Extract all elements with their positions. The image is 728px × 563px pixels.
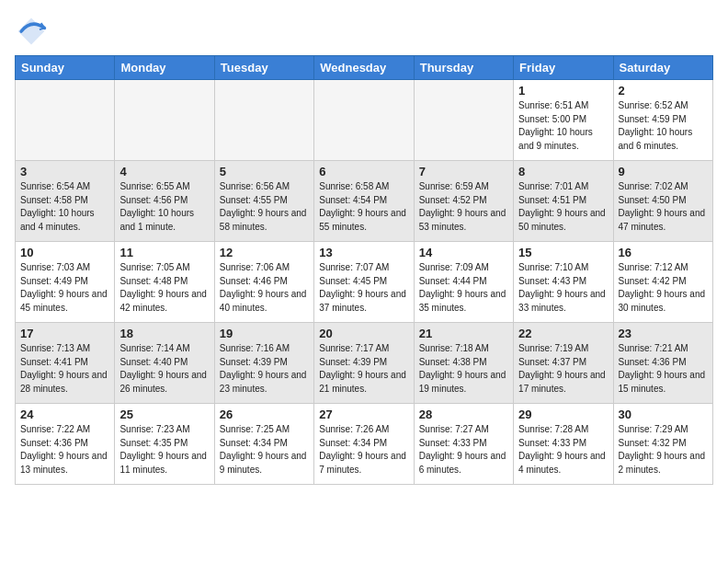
- weekday-header-thursday: Thursday: [414, 56, 513, 80]
- calendar-week-3: 10Sunrise: 7:03 AM Sunset: 4:49 PM Dayli…: [16, 242, 713, 323]
- calendar-cell: 23Sunrise: 7:21 AM Sunset: 4:36 PM Dayli…: [613, 323, 712, 404]
- calendar-cell: 15Sunrise: 7:10 AM Sunset: 4:43 PM Dayli…: [514, 242, 613, 323]
- day-info: Sunrise: 7:01 AM Sunset: 4:51 PM Dayligh…: [518, 180, 608, 234]
- logo: [15, 15, 53, 48]
- day-info: Sunrise: 7:18 AM Sunset: 4:38 PM Dayligh…: [419, 342, 508, 396]
- day-info: Sunrise: 7:19 AM Sunset: 4:37 PM Dayligh…: [518, 342, 608, 396]
- calendar-cell: 7Sunrise: 6:59 AM Sunset: 4:52 PM Daylig…: [414, 161, 513, 242]
- day-number: 8: [518, 165, 608, 178]
- calendar-cell: 3Sunrise: 6:54 AM Sunset: 4:58 PM Daylig…: [16, 161, 115, 242]
- day-info: Sunrise: 7:06 AM Sunset: 4:46 PM Dayligh…: [220, 261, 309, 315]
- day-number: 17: [20, 327, 109, 340]
- day-info: Sunrise: 7:14 AM Sunset: 4:40 PM Dayligh…: [119, 342, 209, 396]
- day-number: 23: [619, 327, 708, 340]
- calendar-cell: [214, 80, 313, 161]
- calendar-cell: 18Sunrise: 7:14 AM Sunset: 4:40 PM Dayli…: [115, 323, 214, 404]
- calendar-cell: 16Sunrise: 7:12 AM Sunset: 4:42 PM Dayli…: [613, 242, 712, 323]
- day-info: Sunrise: 7:05 AM Sunset: 4:48 PM Dayligh…: [119, 261, 209, 315]
- day-info: Sunrise: 6:59 AM Sunset: 4:52 PM Dayligh…: [419, 180, 508, 234]
- day-number: 22: [518, 327, 608, 340]
- weekday-header-wednesday: Wednesday: [314, 56, 414, 80]
- calendar-cell: 24Sunrise: 7:22 AM Sunset: 4:36 PM Dayli…: [16, 404, 115, 485]
- day-number: 9: [619, 165, 708, 178]
- calendar-cell: 28Sunrise: 7:27 AM Sunset: 4:33 PM Dayli…: [414, 404, 513, 485]
- day-number: 7: [419, 165, 508, 178]
- calendar-cell: 22Sunrise: 7:19 AM Sunset: 4:37 PM Dayli…: [514, 323, 613, 404]
- calendar-cell: 27Sunrise: 7:26 AM Sunset: 4:34 PM Dayli…: [314, 404, 414, 485]
- calendar-cell: 14Sunrise: 7:09 AM Sunset: 4:44 PM Dayli…: [414, 242, 513, 323]
- day-number: 26: [220, 408, 309, 421]
- day-number: 1: [518, 84, 608, 98]
- day-number: 5: [220, 165, 309, 178]
- calendar-cell: [314, 80, 414, 161]
- day-info: Sunrise: 7:16 AM Sunset: 4:39 PM Dayligh…: [220, 342, 309, 396]
- day-number: 13: [319, 246, 408, 259]
- day-info: Sunrise: 7:12 AM Sunset: 4:42 PM Dayligh…: [619, 261, 708, 315]
- day-number: 21: [419, 327, 508, 340]
- calendar-week-4: 17Sunrise: 7:13 AM Sunset: 4:41 PM Dayli…: [16, 323, 713, 404]
- calendar-cell: 13Sunrise: 7:07 AM Sunset: 4:45 PM Dayli…: [314, 242, 414, 323]
- day-number: 25: [119, 408, 209, 421]
- calendar-cell: 20Sunrise: 7:17 AM Sunset: 4:39 PM Dayli…: [314, 323, 414, 404]
- day-info: Sunrise: 7:21 AM Sunset: 4:36 PM Dayligh…: [619, 342, 708, 396]
- day-number: 11: [119, 246, 209, 259]
- day-number: 20: [319, 327, 408, 340]
- calendar-header: SundayMondayTuesdayWednesdayThursdayFrid…: [16, 56, 713, 80]
- day-number: 19: [220, 327, 309, 340]
- day-info: Sunrise: 7:17 AM Sunset: 4:39 PM Dayligh…: [319, 342, 408, 396]
- calendar-cell: 25Sunrise: 7:23 AM Sunset: 4:35 PM Dayli…: [115, 404, 214, 485]
- weekday-header-monday: Monday: [115, 56, 214, 80]
- day-number: 14: [419, 246, 508, 259]
- day-info: Sunrise: 6:56 AM Sunset: 4:55 PM Dayligh…: [220, 180, 309, 234]
- day-number: 18: [119, 327, 209, 340]
- weekday-header-friday: Friday: [514, 56, 613, 80]
- day-info: Sunrise: 7:29 AM Sunset: 4:32 PM Dayligh…: [619, 423, 708, 477]
- day-info: Sunrise: 7:02 AM Sunset: 4:50 PM Dayligh…: [619, 180, 708, 234]
- calendar-week-2: 3Sunrise: 6:54 AM Sunset: 4:58 PM Daylig…: [16, 161, 713, 242]
- calendar-cell: [414, 80, 513, 161]
- calendar-cell: 11Sunrise: 7:05 AM Sunset: 4:48 PM Dayli…: [115, 242, 214, 323]
- weekday-header-tuesday: Tuesday: [214, 56, 313, 80]
- day-info: Sunrise: 7:26 AM Sunset: 4:34 PM Dayligh…: [319, 423, 408, 477]
- day-number: 10: [20, 246, 109, 259]
- weekday-header-sunday: Sunday: [16, 56, 115, 80]
- day-number: 29: [518, 408, 608, 421]
- page-header: [15, 15, 713, 48]
- day-info: Sunrise: 6:55 AM Sunset: 4:56 PM Dayligh…: [119, 180, 209, 234]
- day-number: 24: [20, 408, 109, 421]
- day-info: Sunrise: 7:13 AM Sunset: 4:41 PM Dayligh…: [20, 342, 109, 396]
- day-info: Sunrise: 7:22 AM Sunset: 4:36 PM Dayligh…: [20, 423, 109, 477]
- day-info: Sunrise: 7:07 AM Sunset: 4:45 PM Dayligh…: [319, 261, 408, 315]
- calendar-cell: 1Sunrise: 6:51 AM Sunset: 5:00 PM Daylig…: [514, 80, 613, 161]
- day-number: 30: [619, 408, 708, 421]
- day-info: Sunrise: 7:09 AM Sunset: 4:44 PM Dayligh…: [419, 261, 508, 315]
- calendar-cell: 26Sunrise: 7:25 AM Sunset: 4:34 PM Dayli…: [214, 404, 313, 485]
- calendar-cell: 2Sunrise: 6:52 AM Sunset: 4:59 PM Daylig…: [613, 80, 712, 161]
- calendar-cell: 8Sunrise: 7:01 AM Sunset: 4:51 PM Daylig…: [514, 161, 613, 242]
- logo-icon: [15, 15, 48, 48]
- day-info: Sunrise: 7:03 AM Sunset: 4:49 PM Dayligh…: [20, 261, 109, 315]
- day-info: Sunrise: 6:54 AM Sunset: 4:58 PM Dayligh…: [20, 180, 109, 234]
- day-info: Sunrise: 7:28 AM Sunset: 4:33 PM Dayligh…: [518, 423, 608, 477]
- day-info: Sunrise: 7:23 AM Sunset: 4:35 PM Dayligh…: [119, 423, 209, 477]
- calendar-cell: 4Sunrise: 6:55 AM Sunset: 4:56 PM Daylig…: [115, 161, 214, 242]
- calendar-table: SundayMondayTuesdayWednesdayThursdayFrid…: [15, 55, 713, 485]
- calendar-week-1: 1Sunrise: 6:51 AM Sunset: 5:00 PM Daylig…: [16, 80, 713, 161]
- calendar-cell: 19Sunrise: 7:16 AM Sunset: 4:39 PM Dayli…: [214, 323, 313, 404]
- day-number: 28: [419, 408, 508, 421]
- day-number: 3: [20, 165, 109, 178]
- day-info: Sunrise: 6:52 AM Sunset: 4:59 PM Dayligh…: [619, 99, 708, 153]
- calendar-cell: 5Sunrise: 6:56 AM Sunset: 4:55 PM Daylig…: [214, 161, 313, 242]
- calendar-body: 1Sunrise: 6:51 AM Sunset: 5:00 PM Daylig…: [16, 80, 713, 485]
- day-info: Sunrise: 6:51 AM Sunset: 5:00 PM Dayligh…: [518, 99, 608, 153]
- calendar-cell: [16, 80, 115, 161]
- calendar-cell: 12Sunrise: 7:06 AM Sunset: 4:46 PM Dayli…: [214, 242, 313, 323]
- calendar-cell: 9Sunrise: 7:02 AM Sunset: 4:50 PM Daylig…: [613, 161, 712, 242]
- day-number: 4: [119, 165, 209, 178]
- calendar-cell: 29Sunrise: 7:28 AM Sunset: 4:33 PM Dayli…: [514, 404, 613, 485]
- day-info: Sunrise: 7:10 AM Sunset: 4:43 PM Dayligh…: [518, 261, 608, 315]
- weekday-header-saturday: Saturday: [613, 56, 712, 80]
- calendar-week-5: 24Sunrise: 7:22 AM Sunset: 4:36 PM Dayli…: [16, 404, 713, 485]
- calendar-cell: 30Sunrise: 7:29 AM Sunset: 4:32 PM Dayli…: [613, 404, 712, 485]
- day-number: 16: [619, 246, 708, 259]
